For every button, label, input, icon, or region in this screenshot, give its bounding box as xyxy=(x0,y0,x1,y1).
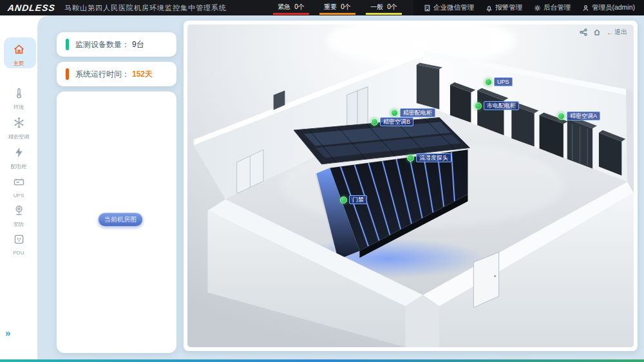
alarm-critical-count: 0个 xyxy=(294,3,305,10)
header-menu: 企业微信管理 报警管理 后台管理 管理员(admin) xyxy=(413,0,644,15)
green-tick xyxy=(66,39,69,50)
current-room-button[interactable]: 当前机房图 xyxy=(98,213,143,227)
snowflake-icon xyxy=(12,116,26,129)
device-label-door-access[interactable]: 门禁 xyxy=(340,195,367,204)
green-status-dot xyxy=(475,102,482,110)
share-icon[interactable] xyxy=(580,28,587,36)
thermometer-icon xyxy=(12,86,26,100)
sidebar: 主页 环境 精密空调 配电柜 UPS 安防 PDU » xyxy=(0,15,37,362)
header: ANDLESS 马鞍山第四人民医院机房环境监控集中管理系统 紧急0个 重要0个 … xyxy=(0,0,644,15)
device-label-text: 精密空调B xyxy=(380,117,413,126)
device-label-mains-cabinet[interactable]: 市电配电柜 xyxy=(475,101,519,110)
green-status-dot xyxy=(340,196,347,204)
green-status-dot xyxy=(485,79,492,86)
alarm-minor-underline xyxy=(366,13,402,15)
brand-logo: ANDLESS xyxy=(0,3,65,13)
room-view-panel: ← 退出 UPS 市电配电柜 精密配电柜 精密空调B xyxy=(184,21,638,351)
runtime-label: 系统运行时间： xyxy=(75,69,129,80)
building-icon xyxy=(424,5,431,12)
exit-button[interactable]: ← 退出 xyxy=(607,28,627,37)
bottom-accent-bar xyxy=(0,359,644,362)
floor-list-panel: 当前机房图 xyxy=(57,91,176,353)
socket-icon xyxy=(12,233,26,246)
device-label-text: 市电配电柜 xyxy=(484,101,519,110)
green-status-dot xyxy=(558,113,565,120)
sidebar-item-label: UPS xyxy=(2,193,35,198)
menu-item-admin-backend[interactable]: 后台管理 xyxy=(534,3,571,12)
green-status-dot xyxy=(391,110,398,117)
sidebar-item-label: 主页 xyxy=(2,60,35,68)
sidebar-expand-chevron[interactable]: » xyxy=(5,327,9,338)
sidebar-item-power-cabinet[interactable]: 配电柜 xyxy=(0,146,37,171)
alarm-critical-label: 紧急 xyxy=(278,3,290,10)
sidebar-item-label: 精密空调 xyxy=(2,133,35,141)
alarm-minor-count: 0个 xyxy=(387,3,397,10)
device-label-ac-a[interactable]: 精密空调A xyxy=(558,111,600,120)
device-label-ups[interactable]: UPS xyxy=(485,77,513,86)
sidebar-item-security[interactable]: 安防 xyxy=(0,204,37,229)
sidebar-item-ups[interactable]: UPS xyxy=(0,175,37,198)
battery-icon xyxy=(12,175,26,189)
device-label-precision-cabinet[interactable]: 精密配电柜 xyxy=(391,108,435,117)
alarm-major-label: 重要 xyxy=(324,3,337,10)
menu-item-label: 企业微信管理 xyxy=(433,3,474,12)
sidebar-item-label: 安防 xyxy=(2,221,35,229)
alarm-critical[interactable]: 紧急0个 xyxy=(273,1,309,15)
scene-toolbar: ← 退出 xyxy=(580,28,627,37)
menu-item-label: 报警管理 xyxy=(495,3,522,12)
user-icon xyxy=(582,5,589,12)
device-label-text: 温湿度探头 xyxy=(416,153,451,162)
alarm-minor[interactable]: 一般0个 xyxy=(366,1,402,15)
green-status-dot xyxy=(371,119,378,126)
device-count-label: 监测设备数量： xyxy=(75,39,129,50)
camera-icon xyxy=(12,204,26,217)
sidebar-item-home[interactable]: 主页 xyxy=(0,43,37,68)
page-title: 马鞍山第四人民医院机房环境监控集中管理系统 xyxy=(64,3,227,13)
home-icon[interactable] xyxy=(593,28,601,36)
menu-item-label: 后台管理 xyxy=(544,3,571,12)
device-label-text: 门禁 xyxy=(349,195,367,204)
alarm-summary: 紧急0个 重要0个 一般0个 xyxy=(273,1,402,15)
sidebar-item-precision-ac[interactable]: 精密空调 xyxy=(0,116,37,141)
sidebar-item-label: 环境 xyxy=(2,104,35,111)
orange-tick xyxy=(66,68,69,80)
green-status-dot xyxy=(407,155,414,162)
menu-item-alarm-mgmt[interactable]: 报警管理 xyxy=(486,3,522,12)
back-arrow-icon: ← xyxy=(607,29,613,36)
alarm-major-count: 0个 xyxy=(341,3,351,10)
device-label-ac-b[interactable]: 精密空调B xyxy=(371,117,413,126)
device-label-text: 精密空调A xyxy=(567,111,600,120)
runtime-card: 系统运行时间： 152天 xyxy=(57,62,176,86)
app-root: ANDLESS 马鞍山第四人民医院机房环境监控集中管理系统 紧急0个 重要0个 … xyxy=(0,0,644,362)
room-3d-render xyxy=(187,24,634,347)
alarm-major[interactable]: 重要0个 xyxy=(319,1,355,15)
exit-label: 退出 xyxy=(614,28,627,37)
menu-item-user[interactable]: 管理员(admin) xyxy=(582,3,635,12)
sidebar-item-label: PDU xyxy=(2,250,35,256)
device-label-text: 精密配电柜 xyxy=(400,108,435,117)
alarm-critical-underline xyxy=(273,13,309,15)
device-count-value: 9台 xyxy=(132,39,144,50)
room-3d-scene[interactable]: ← 退出 UPS 市电配电柜 精密配电柜 精密空调B xyxy=(187,24,634,347)
alarm-major-underline xyxy=(319,13,355,15)
runtime-value: 152天 xyxy=(132,69,153,80)
menu-item-label: 管理员(admin) xyxy=(592,3,635,12)
home-icon xyxy=(12,43,26,56)
device-count-card: 监测设备数量： 9台 xyxy=(57,32,176,57)
sidebar-item-pdu[interactable]: PDU xyxy=(0,233,37,256)
bolt-icon xyxy=(12,146,26,159)
menu-item-wechat[interactable]: 企业微信管理 xyxy=(424,3,474,12)
gear-icon xyxy=(534,5,541,12)
alarm-minor-label: 一般 xyxy=(370,3,383,10)
device-label-text: UPS xyxy=(494,77,513,86)
sidebar-item-environment[interactable]: 环境 xyxy=(0,86,37,111)
device-label-temp-humidity[interactable]: 温湿度探头 xyxy=(407,153,451,162)
bell-icon xyxy=(486,5,493,12)
sidebar-item-label: 配电柜 xyxy=(2,163,35,171)
